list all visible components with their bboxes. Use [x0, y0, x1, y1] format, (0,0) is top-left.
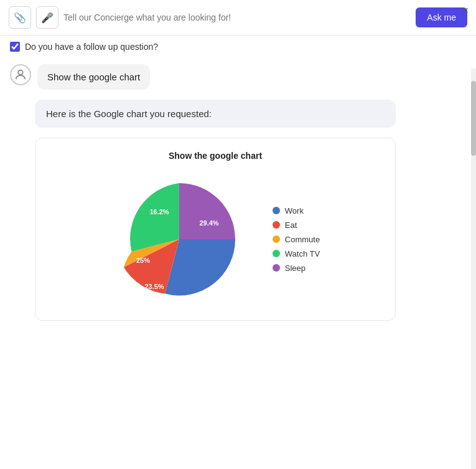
- legend-dot-sleep: [273, 264, 280, 272]
- mic-icon: 🎤: [41, 12, 54, 24]
- close-button[interactable]: ×: [462, 5, 469, 16]
- search-input[interactable]: [63, 12, 411, 22]
- legend-dot-commute: [273, 235, 280, 243]
- legend-label-eat: Eat: [285, 220, 297, 230]
- follow-up-label: Do you have a follow up question?: [25, 42, 158, 52]
- scrollbar[interactable]: [471, 69, 476, 469]
- mic-button[interactable]: 🎤: [36, 6, 58, 29]
- legend-dot-work: [273, 207, 280, 214]
- svg-text:23.5%: 23.5%: [144, 283, 164, 290]
- paperclip-button[interactable]: 📎: [9, 6, 31, 29]
- legend-label-sleep: Sleep: [285, 263, 306, 273]
- legend-item-work: Work: [273, 206, 320, 216]
- follow-up-row: Do you have a follow up question?: [0, 36, 476, 58]
- legend-item-commute: Commute: [273, 235, 320, 244]
- chart-legend: Work Eat Commute Watch TV Sleep: [273, 206, 320, 273]
- bot-bubble: Here is the Google chart you requested:: [35, 100, 396, 128]
- scrollbar-thumb[interactable]: [471, 81, 476, 156]
- follow-up-checkbox[interactable]: [10, 42, 20, 52]
- avatar: [10, 64, 31, 85]
- chart-container: 29.4% 23.5% 25% 16.2% Work Eat: [48, 171, 383, 308]
- svg-text:16.2%: 16.2%: [149, 208, 169, 216]
- ask-me-button[interactable]: Ask me: [416, 7, 467, 27]
- legend-item-eat: Eat: [273, 220, 320, 230]
- svg-point-0: [18, 70, 22, 75]
- chart-title: Show the google chart: [48, 151, 383, 161]
- pie-chart: 29.4% 23.5% 25% 16.2%: [111, 171, 248, 308]
- legend-item-watchtv: Watch TV: [273, 249, 320, 258]
- legend-dot-watchtv: [273, 250, 280, 257]
- svg-text:29.4%: 29.4%: [199, 219, 218, 227]
- top-bar: 📎 🎤 Ask me: [0, 0, 476, 36]
- paperclip-icon: 📎: [14, 12, 26, 24]
- chat-area: Show the google chart Here is the Google…: [0, 58, 476, 458]
- user-message-row: Show the google chart: [10, 64, 466, 90]
- legend-label-watchtv: Watch TV: [285, 249, 320, 258]
- legend-label-commute: Commute: [285, 235, 320, 244]
- svg-text:25%: 25%: [136, 257, 150, 264]
- legend-dot-eat: [273, 221, 280, 229]
- legend-label-work: Work: [285, 206, 304, 216]
- user-bubble: Show the google chart: [37, 64, 150, 90]
- chart-card: Show the google chart: [35, 138, 396, 321]
- legend-item-sleep: Sleep: [273, 263, 320, 273]
